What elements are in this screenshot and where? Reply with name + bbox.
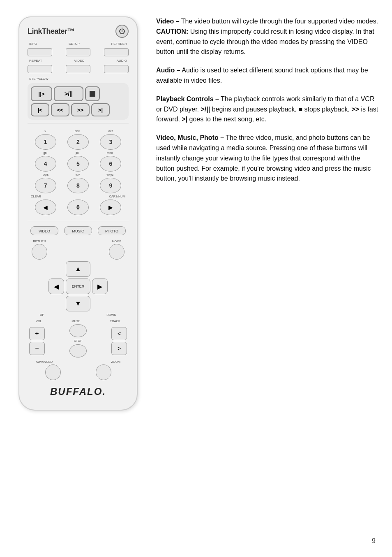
repeat-button[interactable]: [28, 65, 52, 73]
adv-zoom-section: ADVANCED ZOOM: [28, 360, 129, 380]
setup-label: SETUP: [69, 42, 80, 46]
vol-row: + − STOP < >: [29, 324, 127, 357]
skip-right-button[interactable]: ▶: [100, 200, 121, 215]
playback-next-desc: goes to the next song, etc.: [187, 116, 266, 123]
adv-zoom-labels: ADVANCED ZOOM: [28, 360, 129, 364]
video-mode-button[interactable]: VIDEO: [30, 226, 58, 235]
play-pause-button[interactable]: >/||: [54, 86, 83, 101]
page-number: 9: [372, 537, 376, 545]
mode-buttons-row: VIDEO MUSIC PHOTO: [28, 226, 129, 235]
buffalo-logo: BUFFALO.: [28, 386, 129, 397]
vol-up-button[interactable]: +: [29, 327, 45, 340]
num3-button[interactable]: 3: [100, 134, 121, 150]
divider2: [28, 221, 129, 221]
track-col: < >: [111, 327, 127, 355]
skip-zero-row: ◀ 0 ▶: [29, 200, 127, 215]
repeat-video-audio-row: [28, 65, 129, 73]
skip-left-button[interactable]: ◀: [35, 200, 56, 215]
nav-down-button[interactable]: ▼: [66, 296, 90, 311]
step-slow-label: STEP/SLOW: [29, 77, 129, 81]
return-button[interactable]: [32, 244, 47, 260]
audio-body: Audio is used to select different sound …: [156, 67, 368, 84]
track-up-button[interactable]: <: [111, 327, 127, 340]
num9-sub: wxyz: [107, 173, 114, 176]
audio-heading: Audio –: [156, 67, 180, 74]
pb-row1: ||> >/||: [31, 86, 125, 101]
num8-sub: tuv: [76, 173, 80, 176]
vol-down-button[interactable]: −: [29, 342, 45, 355]
setup-button[interactable]: [66, 48, 90, 56]
photo-mode-button[interactable]: PHOTO: [98, 226, 126, 235]
ff-button[interactable]: >>: [71, 103, 90, 116]
vol-col: + −: [29, 327, 45, 355]
video-heading: Video –: [156, 18, 180, 25]
return-label: RETURN: [33, 239, 46, 243]
vol-label: VOL: [36, 319, 42, 323]
info-label: INFO: [29, 42, 37, 46]
capsnum-label: CAPS/NUM: [109, 195, 125, 198]
stop-button[interactable]: [85, 86, 100, 101]
nav-enter-button[interactable]: ENTER: [66, 278, 90, 294]
zoom-button[interactable]: [96, 364, 111, 380]
clear-label: CLEAR: [31, 195, 41, 198]
num1-button[interactable]: 1: [35, 134, 56, 150]
mute-stop-col: STOP: [48, 324, 108, 357]
refresh-label: REFRESH: [111, 42, 127, 46]
track-down-button[interactable]: >: [111, 342, 127, 355]
numpad-section: .:/ abc def 1 2 3 ghi jkl mno 4 5 6: [28, 127, 129, 218]
clear-capsnum-labels: CLEAR CAPS/NUM: [29, 195, 127, 198]
remote-wrapper: LinkTheater™ ⏻ INFO SETUP REFRESH REPEAT…: [12, 12, 144, 411]
stop-icon: [90, 91, 95, 97]
video-caution-body: Using this improperly could result in lo…: [156, 28, 374, 56]
num2-sub: abc: [75, 129, 80, 133]
stop-button2[interactable]: [69, 344, 87, 357]
advanced-button[interactable]: [45, 364, 61, 380]
num8-button[interactable]: 8: [67, 178, 89, 193]
rew-button[interactable]: <<: [51, 103, 69, 116]
vmp-heading: Video, Music, Photo –: [156, 134, 224, 141]
numpad-sublabels-row2: ghi jkl mno: [29, 151, 127, 155]
playback-stop-desc: stops playback,: [302, 106, 350, 113]
numpad-row3: 7 8 9: [29, 178, 127, 193]
video-button[interactable]: [66, 65, 90, 73]
num7-button[interactable]: 7: [35, 178, 56, 193]
video-caution: CAUTION:: [156, 28, 188, 35]
num5-button[interactable]: 5: [67, 156, 89, 172]
remote-control: LinkTheater™ ⏻ INFO SETUP REFRESH REPEAT…: [18, 16, 138, 411]
up-label: UP: [40, 313, 44, 317]
playback-heading: Playback Controls –: [156, 95, 219, 102]
advanced-label: ADVANCED: [36, 360, 53, 364]
num4-sub: ghi: [43, 151, 47, 155]
video-label: VIDEO: [74, 59, 85, 63]
adv-zoom-buttons: [28, 364, 129, 380]
num4-button[interactable]: 4: [35, 156, 56, 172]
next-button[interactable]: >|: [91, 103, 110, 116]
prev-button[interactable]: |<: [31, 103, 49, 116]
music-mode-button[interactable]: MUSIC: [64, 226, 92, 235]
step-back-button[interactable]: ||>: [31, 86, 52, 101]
numpad-sublabels-row1: .:/ abc def: [29, 129, 127, 133]
num0-button[interactable]: 0: [67, 200, 89, 215]
num9-button[interactable]: 9: [100, 178, 121, 193]
nav-left-button[interactable]: ◀: [48, 278, 64, 294]
nav-up-button[interactable]: ▲: [66, 261, 90, 277]
mute-button[interactable]: [69, 324, 87, 337]
refresh-button[interactable]: [104, 48, 129, 56]
numpad-row2: 4 5 6: [29, 156, 127, 172]
num2-button[interactable]: 2: [67, 134, 89, 150]
home-button[interactable]: [109, 244, 125, 260]
power-button[interactable]: ⏻: [115, 25, 129, 38]
audio-label: AUDIO: [117, 59, 127, 63]
playback-next-label: >|: [182, 116, 187, 123]
vol-track-section: VOL MUTE TRACK + − STOP <: [28, 319, 129, 357]
nav-top-row: RETURN HOME: [28, 239, 129, 260]
nav-right-button[interactable]: ▶: [92, 278, 108, 294]
numpad-row1: 1 2 3: [29, 134, 127, 150]
video-section: Video – The video button will cycle thro…: [156, 16, 380, 57]
num1-sub: .:/: [44, 129, 46, 133]
audio-section: Audio – Audio is used to select differen…: [156, 65, 380, 86]
info-button[interactable]: [28, 48, 52, 56]
audio-button[interactable]: [104, 65, 129, 73]
num6-button[interactable]: 6: [100, 156, 121, 172]
repeat-video-audio-labels: REPEAT VIDEO AUDIO: [28, 59, 129, 63]
